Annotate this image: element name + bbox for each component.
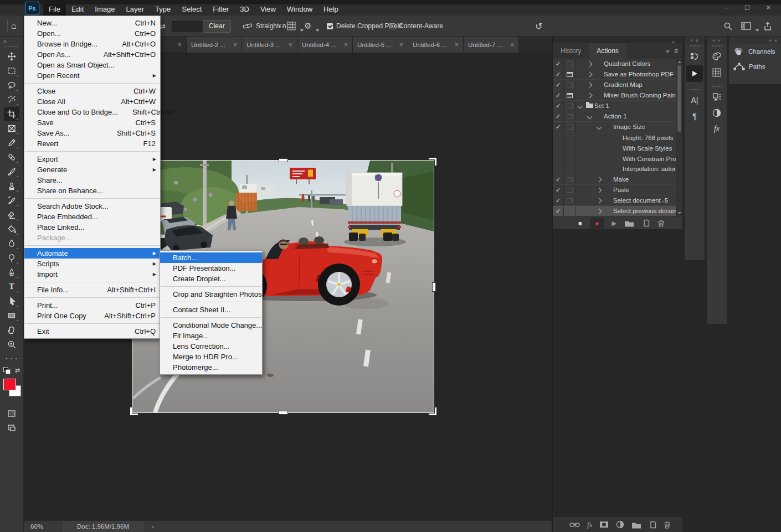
tab-close-icon[interactable]: ×	[510, 41, 514, 49]
minimize-button[interactable]: –	[720, 3, 732, 12]
actions-panel-icon[interactable]	[686, 65, 703, 82]
new-set-folder-icon[interactable]	[624, 219, 634, 227]
menu-item[interactable]: Browse in Bridge...Alt+Ctrl+O▶	[24, 39, 160, 49]
menu-item[interactable]: Contact Sheet II...▶	[160, 304, 262, 315]
tab-history[interactable]: History	[553, 43, 589, 59]
straighten-button[interactable]: Straighten	[243, 16, 286, 37]
toolbar-edit-icon[interactable]: · · ·	[4, 352, 19, 365]
action-row[interactable]: With Scale Styles	[553, 143, 682, 153]
tab-close-icon[interactable]: ×	[289, 41, 292, 49]
disclosure-icon[interactable]	[594, 199, 603, 203]
rectangle-tool[interactable]	[4, 308, 19, 322]
action-dialog-toggle[interactable]	[564, 59, 576, 69]
crop-handle-bottom-left[interactable]	[130, 407, 138, 415]
workspace-button[interactable]	[741, 16, 759, 37]
grid-overlay-button[interactable]	[287, 16, 304, 37]
color-panel-icon[interactable]	[708, 49, 725, 64]
tab-close-icon[interactable]: ×	[399, 41, 403, 49]
paint-bucket-tool[interactable]	[4, 222, 19, 236]
layer-effects-icon[interactable]: fx	[587, 520, 592, 529]
disclosure-icon[interactable]	[585, 115, 594, 118]
adjustments-panel-icon[interactable]	[708, 106, 725, 120]
menu-item[interactable]: Close AllAlt+Ctrl+W▶	[24, 96, 160, 107]
action-row[interactable]: ✓Action 1	[553, 111, 682, 122]
menubar-item[interactable]: Filter	[207, 4, 234, 16]
foreground-color-swatch[interactable]	[3, 379, 16, 390]
disclosure-icon[interactable]	[594, 188, 603, 192]
menubar-item[interactable]: File	[43, 4, 66, 16]
crop-handle-right[interactable]	[433, 283, 435, 291]
channels-panel-button[interactable]: Channels	[729, 44, 781, 59]
history-brush-tool[interactable]	[4, 193, 19, 207]
menu-item[interactable]: Batch...▶	[160, 252, 262, 263]
screen-mode-icon[interactable]	[4, 421, 19, 435]
menu-item[interactable]: Automate▶	[24, 248, 160, 259]
default-colors-icon[interactable]	[3, 367, 10, 374]
action-check-toggle[interactable]: ✓	[553, 174, 564, 184]
dock-collapse-icon[interactable]: « «	[707, 37, 727, 44]
menu-item[interactable]: Save As...Shift+Ctrl+S▶	[24, 128, 160, 138]
disclosure-icon[interactable]	[585, 83, 594, 87]
menu-item[interactable]: Crop and Straighten Photos▶	[160, 289, 262, 299]
tab-actions[interactable]: Actions	[589, 43, 626, 59]
menu-item[interactable]: Close and Go to Bridge...Shift+Ctrl+W▶	[24, 107, 160, 117]
history-panel-icon[interactable]	[686, 49, 703, 64]
action-check-toggle[interactable]	[553, 164, 564, 174]
action-dialog-toggle[interactable]	[564, 69, 576, 79]
action-check-toggle[interactable]: ✓	[553, 185, 564, 195]
menu-item[interactable]: Merge to HDR Pro...▶	[160, 352, 262, 362]
toolbar-expand-icon[interactable]: »	[0, 37, 23, 44]
zoom-tool[interactable]	[4, 337, 19, 351]
home-icon[interactable]: ⌂	[11, 20, 17, 32]
menubar-item[interactable]: Image	[89, 4, 120, 16]
action-dialog-toggle[interactable]	[564, 111, 576, 121]
menu-item[interactable]: Generate▶	[24, 164, 160, 175]
crop-tool[interactable]	[4, 107, 19, 121]
menu-item[interactable]: Create Droplet...▶	[160, 273, 262, 284]
action-row[interactable]: ✓Select previous docum...	[553, 206, 682, 216]
menu-item[interactable]: New...Ctrl+N▶	[24, 18, 160, 28]
record-button[interactable]: ●	[590, 218, 604, 229]
healing-brush-tool[interactable]	[4, 150, 19, 164]
share-button[interactable]	[763, 16, 772, 37]
menubar-item[interactable]: Help	[318, 4, 344, 16]
action-check-toggle[interactable]: ✓	[553, 195, 564, 205]
document-tab[interactable]: Untitled-7 ...×	[464, 37, 519, 53]
menu-item[interactable]: Open...Ctrl+O▶	[24, 28, 160, 39]
paragraph-panel-icon[interactable]: ¶	[686, 109, 703, 123]
action-row[interactable]: With Constrain Proporti...	[553, 153, 682, 164]
eraser-tool[interactable]	[4, 208, 19, 221]
menu-item[interactable]: Lens Correction...▶	[160, 341, 262, 352]
pen-tool[interactable]	[4, 265, 19, 279]
adjustment-layer-icon[interactable]	[616, 520, 624, 529]
menu-item[interactable]: Package...▶	[24, 233, 160, 243]
action-check-toggle[interactable]: ✓	[553, 206, 564, 216]
move-tool[interactable]	[4, 49, 19, 63]
scrollbar[interactable]	[676, 59, 682, 216]
disclosure-icon[interactable]	[585, 62, 594, 66]
menu-item[interactable]: Scripts▶	[24, 259, 160, 269]
action-dialog-toggle[interactable]	[564, 164, 576, 174]
action-dialog-toggle[interactable]	[564, 174, 576, 184]
new-group-icon[interactable]	[631, 521, 641, 529]
action-row[interactable]: ✓Mixer Brush Cloning Paint ...	[553, 90, 682, 101]
action-dialog-toggle[interactable]	[564, 206, 576, 216]
zoom-level-field[interactable]: 60%	[24, 523, 61, 530]
menu-item[interactable]: Print One CopyAlt+Shift+Ctrl+P▶	[24, 311, 160, 321]
swap-colors-icon[interactable]: ⇄	[15, 367, 20, 374]
menu-item[interactable]: Photomerge...▶	[160, 362, 262, 373]
action-row[interactable]: ✓Save as Photoshop PDF	[553, 69, 682, 80]
brush-tool[interactable]	[4, 164, 19, 178]
libraries-panel-icon[interactable]	[708, 90, 725, 104]
action-row[interactable]: Interpolation: automatic	[553, 164, 682, 174]
status-options-chevron[interactable]: ›	[145, 523, 154, 530]
frame-tool[interactable]	[4, 121, 19, 135]
blur-tool[interactable]	[4, 236, 19, 250]
menubar-item[interactable]: Select	[176, 4, 207, 16]
document-tab[interactable]: Untitled-3 ...×	[242, 37, 297, 53]
action-dialog-toggle[interactable]	[564, 195, 576, 205]
swatches-panel-icon[interactable]	[708, 65, 725, 80]
menu-item[interactable]: Share on Behance...▶	[24, 185, 160, 196]
new-layer-icon[interactable]	[649, 521, 656, 529]
menu-item[interactable]: Place Linked...▶	[24, 222, 160, 233]
